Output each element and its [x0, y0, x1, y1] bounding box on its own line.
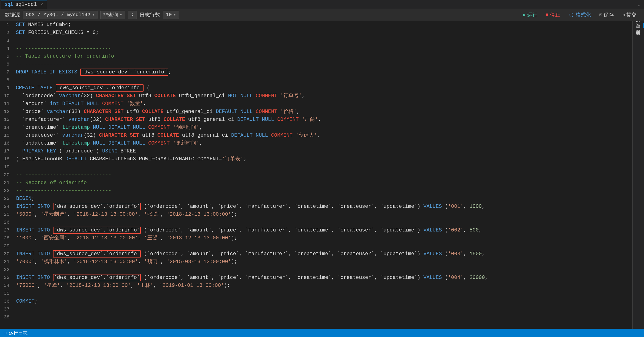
table-row: 9 CREATE TABLE `dws_source_dev`.`orderin…: [0, 84, 632, 92]
table-row: 24 INSERT INTO `dws_source_dev`.`orderin…: [0, 203, 632, 211]
sql-ddl-tab[interactable]: Sql sql-ddl ×: [1, 0, 47, 9]
log-icon: ⊟: [4, 330, 6, 336]
table-row: 34 '75000', '星峰', '2018-12-13 13:00:00',…: [0, 282, 632, 290]
table-row: 10 `ordercode` varchar(32) CHARACTER SET…: [0, 92, 632, 100]
table-row: 26: [0, 219, 632, 226]
log-label: 日志行数: [140, 11, 160, 18]
right-panel-lineage[interactable]: 数据血缘: [633, 36, 644, 41]
table-row: 35: [0, 290, 632, 298]
save-button[interactable]: ⊡ 保存: [596, 10, 616, 19]
table-row: 16 `updatetime` timestamp NULL DEFAULT N…: [0, 139, 632, 147]
table-row: 13 `manufacturer` varchar(32) CHARACTER …: [0, 116, 632, 124]
table-row: 28 '1000', '西安金属', '2018-12-13 13:00:00'…: [0, 234, 632, 242]
table-row: 18 ) ENGINE=InnoDB DEFAULT CHARSET=utf8m…: [0, 155, 632, 163]
table-row: 20 -- ----------------------------: [0, 171, 632, 179]
stop-button[interactable]: ■ 停止: [543, 10, 563, 19]
separator-value: ;: [131, 12, 134, 17]
stop-label: 停止: [550, 11, 560, 18]
tab-label: sql-ddl: [15, 2, 37, 7]
table-row: 27 INSERT INTO `dws_source_dev`.`orderin…: [0, 226, 632, 234]
table-row: 12 `price` varchar(32) CHARACTER SET utf…: [0, 108, 632, 116]
tab-close-button[interactable]: ×: [40, 2, 43, 7]
format-label: 格式化: [576, 11, 591, 18]
table-row: 32: [0, 266, 632, 274]
submit-icon: ⇥: [622, 12, 625, 18]
log-count-value: 10: [166, 12, 172, 17]
datasource-select[interactable]: ODS / MySQL / mysql142 ▾: [23, 11, 98, 19]
table-row: 31 '7000', '枫禾林木', '2018-12-13 13:00:00'…: [0, 258, 632, 266]
table-row: 2 SET FOREIGN_KEY_CHECKS = 0;: [0, 29, 632, 37]
table-row: 25 '5000', '星云制造', '2018-12-13 13:00:00'…: [0, 211, 632, 219]
datasource-value: ODS / MySQL / mysql142: [26, 12, 90, 17]
table-row: 3: [0, 37, 632, 45]
log-chevron-icon: ▾: [174, 12, 176, 17]
run-icon: ▶: [523, 12, 526, 18]
table-row: 17 PRIMARY KEY (`ordercode`) USING BTREE: [0, 147, 632, 155]
stop-icon: ■: [546, 12, 548, 17]
format-button[interactable]: ⟨⟩ 格式化: [566, 10, 594, 19]
right-panel: 版本 草稿 数据血缘: [632, 21, 644, 329]
tab-bar: Sql sql-ddl × ⌄: [0, 0, 644, 9]
table-row: 19: [0, 163, 632, 171]
submit-button[interactable]: ⇥ 提交: [619, 10, 639, 19]
table-row: 6 -- ----------------------------: [0, 60, 632, 68]
datasource-chevron-icon: ▾: [92, 12, 94, 17]
table-row: 15 `createuser` varchar(32) CHARACTER SE…: [0, 132, 632, 139]
query-type-select[interactable]: 非查询 ▾: [100, 11, 125, 19]
right-panel-draft[interactable]: 草稿: [633, 29, 644, 35]
table-row: 8: [0, 76, 632, 84]
bottom-bar: ⊟ 运行日志: [0, 329, 644, 337]
submit-label: 提交: [626, 11, 636, 18]
code-lines: 1 SET NAMES utf8mb4; 2 SET FOREIGN_KEY_C…: [0, 21, 632, 321]
run-label: 运行: [527, 11, 538, 18]
query-type-chevron-icon: ▾: [120, 12, 122, 17]
table-row: 1 SET NAMES utf8mb4;: [0, 21, 632, 29]
table-row: 21 -- Records of orderinfo: [0, 179, 632, 187]
save-icon: ⊡: [599, 12, 602, 18]
chevron-down-icon[interactable]: ⌄: [637, 1, 640, 7]
sql-icon: Sql: [5, 2, 13, 7]
table-row: 33 INSERT INTO `dws_source_dev`.`orderin…: [0, 274, 632, 282]
table-row: 11 `amount` int DEFAULT NULL COMMENT '数量…: [0, 100, 632, 108]
save-label: 保存: [604, 11, 614, 18]
table-row: 22 -- ----------------------------: [0, 187, 632, 195]
bottom-bar-label: 运行日志: [9, 330, 28, 336]
table-row: 29: [0, 242, 632, 250]
table-row: 4 -- ----------------------------: [0, 45, 632, 52]
table-row: 5 -- Table structure for orderinfo: [0, 52, 632, 60]
separator-select[interactable]: ;: [128, 11, 137, 19]
table-row: 14 `createtime` timestamp NULL DEFAULT N…: [0, 124, 632, 132]
query-type-value: 非查询: [103, 12, 118, 18]
table-row: 37: [0, 305, 632, 313]
table-row: 7 DROP TABLE IF EXISTS `dws_source_dev`.…: [0, 68, 632, 76]
datasource-label: 数据源: [5, 11, 20, 18]
main-area: 1 SET NAMES utf8mb4; 2 SET FOREIGN_KEY_C…: [0, 21, 644, 329]
table-row: 30 INSERT INTO `dws_source_dev`.`orderin…: [0, 250, 632, 258]
code-editor[interactable]: 1 SET NAMES utf8mb4; 2 SET FOREIGN_KEY_C…: [0, 21, 632, 329]
tab-right-controls: ⌄: [637, 1, 644, 7]
table-row: 36 COMMIT;: [0, 298, 632, 305]
log-count-select[interactable]: 10 ▾: [163, 11, 179, 19]
format-icon: ⟨⟩: [568, 12, 574, 18]
table-row: 38: [0, 313, 632, 321]
right-panel-version[interactable]: 版本: [633, 23, 644, 28]
table-row: 23 BEGIN;: [0, 195, 632, 203]
run-button[interactable]: ▶ 运行: [520, 10, 540, 19]
toolbar: 数据源 ODS / MySQL / mysql142 ▾ 非查询 ▾ ; 日志行…: [0, 9, 644, 21]
